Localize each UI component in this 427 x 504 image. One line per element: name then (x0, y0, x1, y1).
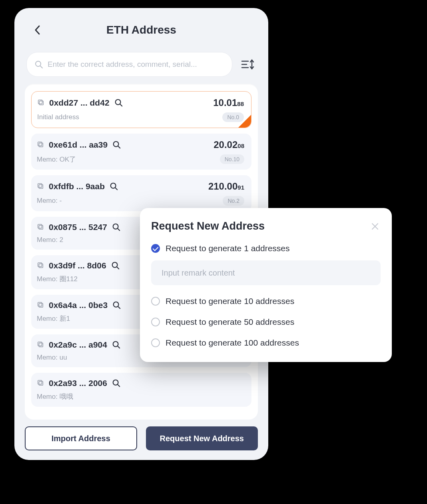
svg-line-25 (117, 267, 119, 269)
radio-unchecked-icon (151, 318, 160, 326)
address-card[interactable]: 0xe61d ... aa3920.0208Memo: OK了No.10 (31, 134, 251, 170)
copy-icon[interactable] (37, 379, 45, 387)
back-button[interactable] (30, 23, 45, 37)
header: ETH Address (14, 8, 268, 52)
svg-rect-34 (39, 381, 43, 385)
svg-point-0 (36, 61, 41, 66)
svg-line-1 (40, 66, 42, 68)
radio-unchecked-icon (151, 338, 160, 347)
search-icon (34, 60, 44, 69)
view-icon[interactable] (114, 98, 123, 107)
radio-checked-icon (151, 244, 160, 253)
serial-badge: No.0 (222, 112, 244, 122)
balance: 210.0091 (208, 181, 244, 192)
copy-icon[interactable] (37, 141, 45, 149)
address-text: 0xe61d ... aa39 (49, 140, 108, 150)
search-input[interactable] (48, 60, 225, 69)
svg-line-29 (118, 306, 120, 308)
svg-rect-10 (39, 143, 43, 147)
view-icon[interactable] (112, 379, 121, 388)
modal-close-button[interactable] (369, 221, 381, 232)
svg-rect-19 (38, 224, 42, 228)
sort-icon (241, 58, 255, 70)
svg-line-37 (118, 384, 120, 386)
copy-icon[interactable] (37, 182, 45, 190)
copy-icon[interactable] (37, 301, 45, 309)
sort-button[interactable] (239, 56, 256, 73)
svg-line-9 (120, 104, 122, 106)
memo-text: Memo: 圈112 (37, 274, 78, 284)
radio-unchecked-icon (151, 297, 160, 306)
svg-rect-35 (38, 380, 42, 384)
generate-option-label: Request to generate 1 addresses (166, 244, 290, 253)
address-card[interactable]: 0xdd27 ... dd4210.0188Initial addressNo.… (31, 91, 251, 128)
copy-icon[interactable] (37, 99, 45, 107)
svg-line-17 (115, 188, 117, 190)
svg-line-13 (118, 146, 120, 148)
address-text: 0x2a93 ... 2006 (49, 378, 107, 388)
generate-option-label: Request to generate 50 addresses (166, 317, 294, 327)
view-icon[interactable] (112, 340, 121, 349)
svg-rect-11 (38, 142, 42, 146)
generate-option[interactable]: Request to generate 1 addresses (151, 244, 381, 253)
svg-rect-31 (38, 342, 42, 346)
svg-rect-6 (39, 101, 43, 105)
page-title: ETH Address (106, 24, 176, 36)
remark-input[interactable] (162, 268, 370, 278)
copy-icon[interactable] (37, 341, 45, 349)
svg-rect-18 (39, 225, 43, 229)
view-icon[interactable] (112, 301, 121, 310)
search-box[interactable] (26, 52, 232, 77)
memo-text: Memo: OK了 (37, 155, 76, 164)
address-text: 0x6a4a ... 0be3 (49, 300, 108, 310)
generate-option-label: Request to generate 100 addresses (166, 338, 299, 348)
serial-badge: No.2 (223, 196, 244, 206)
svg-rect-27 (38, 302, 42, 306)
remark-field[interactable] (151, 260, 381, 285)
address-text: 0x0875 ... 5247 (49, 222, 107, 232)
memo-text: Memo: 哦哦 (37, 392, 73, 401)
copy-icon[interactable] (37, 262, 45, 270)
balance: 20.0208 (214, 139, 244, 150)
chevron-left-icon (34, 24, 42, 36)
balance: 10.0188 (213, 97, 244, 108)
address-card[interactable]: 0xfdfb ... 9aab210.0091Memo: -No.2 (31, 175, 251, 211)
view-icon[interactable] (111, 261, 120, 270)
view-icon[interactable] (110, 182, 118, 191)
address-text: 0x2a9c ... a904 (49, 340, 107, 350)
svg-rect-23 (38, 263, 42, 267)
svg-rect-14 (39, 184, 43, 188)
svg-rect-30 (39, 343, 43, 347)
svg-line-33 (118, 346, 120, 348)
memo-text: Memo: - (37, 197, 62, 205)
address-text: 0x3d9f ... 8d06 (49, 261, 106, 270)
generate-option[interactable]: Request to generate 50 addresses (151, 317, 381, 327)
import-address-button[interactable]: Import Address (25, 426, 137, 450)
memo-text: Memo: uu (37, 354, 67, 362)
svg-rect-26 (39, 303, 43, 307)
generate-option[interactable]: Request to generate 10 addresses (151, 296, 381, 306)
address-card[interactable]: 0x2a93 ... 2006Memo: 哦哦 (31, 373, 251, 407)
request-new-address-button[interactable]: Request New Address (146, 426, 258, 450)
address-text: 0xdd27 ... dd42 (49, 98, 110, 108)
memo-text: Memo: 新1 (37, 314, 70, 323)
memo-text: Memo: 2 (37, 236, 63, 244)
serial-badge: No.10 (220, 154, 244, 164)
svg-rect-22 (39, 264, 43, 268)
close-icon (371, 223, 379, 230)
memo-text: Initial address (37, 113, 79, 121)
address-text: 0xfdfb ... 9aab (49, 182, 105, 191)
generate-option-label: Request to generate 10 addresses (166, 296, 294, 306)
svg-rect-15 (38, 184, 42, 188)
copy-icon[interactable] (37, 223, 45, 231)
view-icon[interactable] (112, 140, 121, 149)
view-icon[interactable] (112, 223, 121, 232)
svg-rect-7 (38, 100, 42, 104)
modal-title: Request New Address (151, 220, 265, 232)
svg-line-21 (118, 228, 120, 230)
generate-option[interactable]: Request to generate 100 addresses (151, 338, 381, 348)
request-new-address-modal: Request New Address Request to generate … (140, 208, 392, 362)
